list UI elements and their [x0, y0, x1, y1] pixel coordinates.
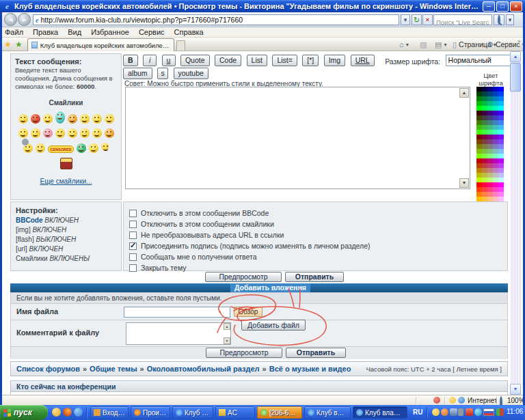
add-file-button[interactable]: Добавить файл [241, 320, 306, 331]
palette-cell[interactable] [482, 101, 487, 106]
scroll-up-icon[interactable]: ▲ [459, 88, 469, 98]
smiley-laugh-icon[interactable] [80, 114, 90, 124]
checkbox[interactable] [129, 264, 137, 272]
bbcode-link[interactable]: BBCode [16, 216, 42, 224]
search-button[interactable] [494, 14, 504, 25]
preview-button-bottom[interactable]: Предпросмотр [206, 348, 282, 358]
palette-cell[interactable] [487, 197, 493, 201]
code-button[interactable]: Code [215, 55, 241, 66]
palette-cell[interactable] [476, 130, 482, 135]
palette-cell[interactable] [487, 178, 493, 182]
menu-edit[interactable]: Правка [33, 28, 58, 36]
palette-cell[interactable] [493, 135, 498, 139]
palette-cell[interactable] [482, 182, 487, 187]
breadcrumb-section[interactable]: Околоавтомобильный раздел [147, 365, 260, 373]
tray-ru-flag-icon[interactable] [483, 408, 494, 416]
menu-tools[interactable]: Сервис [139, 28, 165, 36]
task-ie-1[interactable]: Клуб владе... [172, 406, 213, 419]
palette-cell[interactable] [493, 144, 498, 149]
address-input[interactable] [40, 16, 396, 24]
palette-cell[interactable] [487, 135, 493, 139]
submit-button-bottom[interactable]: Отправить [286, 348, 346, 358]
palette-cell[interactable] [487, 96, 493, 101]
smiley-rofl-icon[interactable] [92, 128, 102, 138]
palette-cell[interactable] [493, 130, 498, 135]
palette-cell[interactable] [476, 149, 482, 154]
palette-cell[interactable] [498, 168, 504, 173]
palette-cell[interactable] [476, 87, 482, 92]
palette-cell[interactable] [476, 173, 482, 178]
address-field[interactable]: e [33, 14, 399, 25]
palette-cell[interactable] [498, 96, 504, 101]
palette-cell[interactable] [493, 187, 498, 192]
palette-cell[interactable] [476, 192, 482, 197]
palette-cell[interactable] [498, 139, 504, 144]
palette-cell[interactable] [498, 130, 504, 135]
palette-cell[interactable] [493, 168, 498, 173]
tray-display-icon[interactable] [450, 408, 457, 416]
page-scrollbar[interactable]: ▲ ▼ [510, 51, 521, 395]
palette-cell[interactable] [476, 101, 482, 106]
s-button[interactable]: s [157, 68, 168, 79]
palette-cell[interactable] [498, 149, 504, 154]
task-folder-ac[interactable]: AC [215, 406, 255, 419]
palette-cell[interactable] [493, 192, 498, 197]
palette-cell[interactable] [482, 149, 487, 154]
smiley-clown-icon[interactable] [68, 114, 77, 124]
maximize-button[interactable]: □ [496, 1, 509, 12]
palette-cell[interactable] [498, 158, 504, 163]
palette-cell[interactable] [487, 87, 493, 92]
start-button[interactable]: пуск [0, 405, 48, 420]
palette-cell[interactable] [487, 154, 493, 158]
palette-cell[interactable] [498, 173, 504, 178]
smiley-confused-icon[interactable] [31, 128, 40, 138]
smiley-smile-icon[interactable] [92, 114, 102, 124]
palette-cell[interactable] [482, 178, 487, 182]
palette-cell[interactable] [482, 173, 487, 178]
checkbox[interactable] [129, 221, 137, 228]
checkbox[interactable] [129, 210, 137, 217]
palette-cell[interactable] [482, 197, 487, 201]
palette-cell[interactable] [482, 87, 487, 92]
list-item-button[interactable]: [*] [302, 55, 319, 66]
smiley-tongue-icon[interactable] [55, 128, 65, 138]
palette-cell[interactable] [498, 135, 504, 139]
palette-cell[interactable] [498, 101, 504, 106]
new-tab-stub[interactable] [176, 40, 185, 51]
palette-cell[interactable] [476, 197, 482, 201]
palette-cell[interactable] [482, 154, 487, 158]
palette-cell[interactable] [482, 111, 487, 115]
task-player[interactable]: Проигрыва... [131, 406, 170, 419]
palette-cell[interactable] [498, 111, 504, 115]
scroll-down-icon[interactable]: ▼ [459, 178, 469, 188]
menu-file[interactable]: Файл [5, 28, 23, 36]
more-smilies-link[interactable]: Еще смайлики... [15, 178, 117, 185]
palette-cell[interactable] [476, 144, 482, 149]
palette-cell[interactable] [498, 115, 504, 120]
scrollbar-thumb[interactable] [510, 63, 521, 92]
quote-button[interactable]: Quote [180, 55, 210, 66]
palette-cell[interactable] [487, 106, 493, 111]
smiley-angry-icon[interactable] [105, 128, 114, 138]
underline-button[interactable]: u [162, 55, 176, 66]
url-button[interactable]: URL [351, 55, 375, 66]
smiley-cap-icon[interactable] [23, 143, 33, 153]
ordered-list-button[interactable]: List= [272, 55, 297, 66]
palette-cell[interactable] [493, 120, 498, 125]
favorites-star-icon[interactable]: ★ [4, 40, 12, 49]
palette-cell[interactable] [476, 96, 482, 101]
palette-cell[interactable] [498, 106, 504, 111]
scroll-down-icon[interactable]: ▼ [224, 337, 230, 344]
add-favorite-icon[interactable]: ★ [15, 40, 23, 49]
palette-cell[interactable] [487, 182, 493, 187]
palette-cell[interactable] [493, 178, 498, 182]
smiley-green-icon[interactable] [77, 143, 86, 153]
italic-button[interactable]: i [143, 55, 157, 66]
palette-cell[interactable] [493, 158, 498, 163]
palette-cell[interactable] [487, 158, 493, 163]
palette-cell[interactable] [498, 125, 504, 130]
message-textarea[interactable]: ▲ ▼ [125, 87, 470, 189]
palette-cell[interactable] [498, 187, 504, 192]
palette-cell[interactable] [487, 130, 493, 135]
smiley-censored-icon[interactable]: CENSORED [48, 145, 73, 153]
